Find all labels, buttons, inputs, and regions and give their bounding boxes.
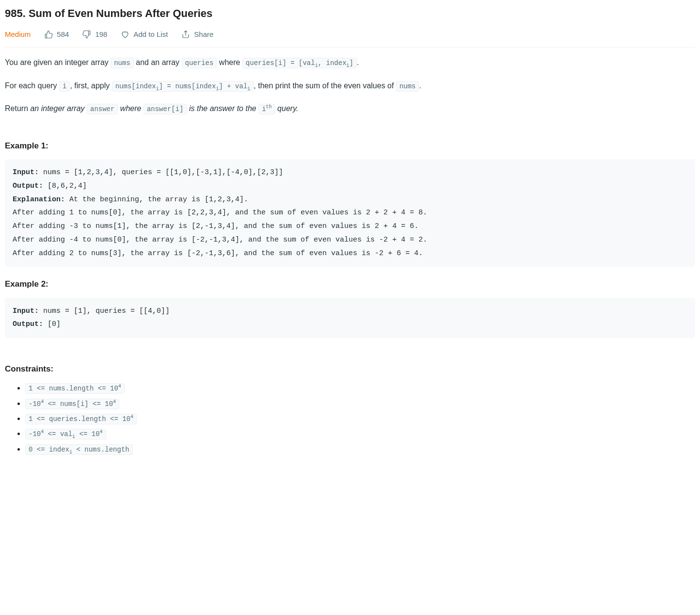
- text: [0]: [43, 320, 61, 328]
- code-inline: ith: [258, 104, 275, 114]
- text: [8,6,2,4]: [43, 182, 87, 190]
- text: , first, apply: [70, 81, 111, 90]
- code-inline: i: [59, 81, 70, 92]
- label: Input:: [13, 168, 39, 177]
- label: Output:: [13, 320, 43, 328]
- meta-row: Medium 584 198 Add to List Share: [5, 29, 695, 48]
- constraints-heading: Constraints:: [5, 362, 695, 375]
- add-to-list-label: Add to List: [133, 29, 168, 40]
- example-heading: Example 2:: [5, 277, 695, 291]
- text: At the beginning, the array is [1,2,3,4]…: [13, 195, 427, 258]
- code-inline: 1 <= nums.length <= 104: [25, 383, 125, 394]
- text: .: [419, 81, 421, 90]
- code-inline: queries: [182, 58, 217, 68]
- constraint-item: -104 <= nums[i] <= 104: [25, 398, 695, 409]
- dislike-count: 198: [95, 29, 107, 40]
- text: query.: [275, 104, 299, 113]
- code-inline: answer[i]: [143, 104, 187, 114]
- label: Explanation:: [13, 195, 65, 204]
- code-inline: nums: [111, 58, 134, 68]
- example-block: Input: nums = [1], queries = [[4,0]] Out…: [5, 298, 695, 339]
- heart-icon: [121, 30, 129, 39]
- desc-paragraph: You are given an integer array nums and …: [5, 56, 695, 69]
- code-inline: answer: [87, 104, 118, 114]
- text: where: [217, 58, 242, 66]
- code-inline: nums[indexi] = nums[indexi] + vali: [112, 81, 254, 92]
- constraint-item: 1 <= nums.length <= 104: [25, 382, 695, 394]
- text: an integer array: [30, 104, 87, 113]
- desc-paragraph: Return an integer array answer where ans…: [5, 102, 695, 115]
- problem-description: You are given an integer array nums and …: [5, 56, 695, 115]
- like-button[interactable]: 584: [44, 29, 69, 40]
- desc-paragraph: For each query i, first, apply nums[inde…: [5, 80, 695, 92]
- share-icon: [181, 30, 190, 39]
- code-inline: 0 <= indexi < nums.length: [25, 444, 133, 455]
- text: , then print the sum of the even values …: [254, 81, 396, 90]
- share-button[interactable]: Share: [181, 29, 213, 40]
- text: is the answer to the: [187, 104, 259, 113]
- constraints-list: 1 <= nums.length <= 104 -104 <= nums[i] …: [5, 382, 695, 455]
- add-to-list-button[interactable]: Add to List: [121, 29, 168, 40]
- like-count: 584: [57, 29, 69, 40]
- constraint-item: 0 <= indexi < nums.length: [25, 443, 695, 455]
- text: nums = [1,2,3,4], queries = [[1,0],[-3,1…: [39, 168, 283, 177]
- thumbs-down-icon: [82, 30, 91, 39]
- code-inline: -104 <= vali <= 104: [25, 429, 106, 439]
- text: .: [357, 58, 359, 66]
- constraint-item: 1 <= queries.length <= 104: [25, 413, 695, 424]
- dislike-button[interactable]: 198: [82, 29, 107, 40]
- example-block: Input: nums = [1,2,3,4], queries = [[1,0…: [5, 159, 695, 267]
- thumbs-up-icon: [44, 30, 53, 39]
- code-inline: queries[i] = [vali, indexi]: [242, 58, 357, 68]
- text: nums = [1], queries = [[4,0]]: [39, 307, 170, 315]
- text: For each query: [5, 81, 59, 90]
- difficulty-badge: Medium: [5, 29, 31, 40]
- label: Input:: [13, 307, 39, 315]
- problem-title: 985. Sum of Even Numbers After Queries: [5, 5, 695, 22]
- example-heading: Example 1:: [5, 139, 695, 152]
- text: where: [118, 104, 143, 113]
- label: Output:: [13, 182, 43, 190]
- constraint-item: -104 <= vali <= 104: [25, 428, 695, 439]
- text: You are given an integer array: [5, 58, 111, 66]
- share-label: Share: [194, 29, 213, 40]
- code-inline: nums: [396, 81, 419, 92]
- code-inline: 1 <= queries.length <= 104: [25, 414, 137, 424]
- text: and an array: [134, 58, 182, 66]
- code-inline: -104 <= nums[i] <= 104: [25, 399, 119, 409]
- text: Return: [5, 104, 30, 113]
